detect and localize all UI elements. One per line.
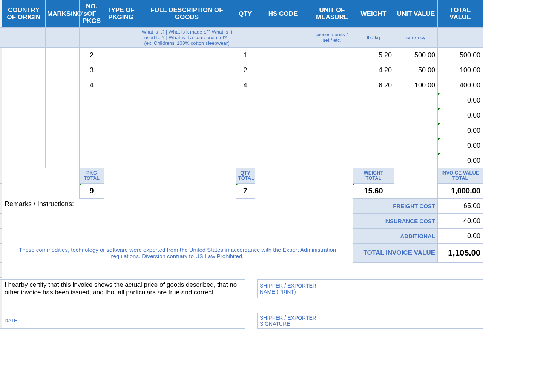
cell-hs[interactable]	[255, 47, 311, 63]
cell-desc[interactable]	[138, 108, 236, 123]
cell-weight[interactable]	[353, 93, 394, 108]
cell-hs[interactable]	[255, 153, 311, 168]
cell-pkging[interactable]	[104, 108, 138, 123]
cell-weight[interactable]	[353, 138, 394, 153]
additional-value[interactable]: 0.00	[438, 228, 483, 243]
cell-weight[interactable]: 6.20	[353, 78, 394, 93]
hint-cell[interactable]	[255, 27, 311, 47]
cell-country[interactable]	[2, 93, 46, 108]
cell-unitval[interactable]: 50.00	[394, 63, 438, 78]
cell-totalval[interactable]: 0.00	[438, 153, 483, 168]
hint-uom[interactable]: pieces / units / set / etc.	[311, 27, 353, 47]
cell-qty[interactable]: 4	[236, 78, 255, 93]
cell-unitval[interactable]	[394, 153, 438, 168]
cell-pkging[interactable]	[104, 63, 138, 78]
freight-value[interactable]: 65.00	[438, 198, 483, 213]
cell-totalval[interactable]: 0.00	[438, 93, 483, 108]
cell-uom[interactable]	[311, 93, 353, 108]
cell-unitval[interactable]	[394, 123, 438, 138]
cell-marks[interactable]	[46, 47, 80, 63]
cell-weight[interactable]	[353, 108, 394, 123]
cell-totalval[interactable]: 400.00	[438, 78, 483, 93]
hint-cell[interactable]	[104, 27, 138, 47]
remarks-label[interactable]: Remarks / Instructions:	[2, 198, 353, 243]
cell-totalval[interactable]: 0.00	[438, 123, 483, 138]
cell-desc[interactable]	[138, 63, 236, 78]
cell-pkgs[interactable]	[80, 123, 104, 138]
cell-unitval[interactable]	[394, 108, 438, 123]
hint-cell[interactable]	[438, 27, 483, 47]
cell-marks[interactable]	[46, 153, 80, 168]
cell-weight[interactable]: 5.20	[353, 47, 394, 63]
cell-marks[interactable]	[46, 78, 80, 93]
hint-desc[interactable]: What is it? | What is it made of? What i…	[138, 27, 236, 47]
hint-weight[interactable]: lb / kg	[353, 27, 394, 47]
cell-uom[interactable]	[311, 108, 353, 123]
cell-pkgs[interactable]	[80, 108, 104, 123]
cell-country[interactable]	[2, 123, 46, 138]
cell-qty[interactable]	[236, 153, 255, 168]
cell-country[interactable]	[2, 108, 46, 123]
cell-uom[interactable]	[311, 47, 353, 63]
cell-country[interactable]	[2, 138, 46, 153]
cell-unitval[interactable]: 100.00	[394, 78, 438, 93]
hint-unitval[interactable]: currency	[394, 27, 438, 47]
cell-uom[interactable]	[311, 138, 353, 153]
cell-desc[interactable]	[138, 123, 236, 138]
cell-weight[interactable]	[353, 153, 394, 168]
cell-uom[interactable]	[311, 78, 353, 93]
cell-desc[interactable]	[138, 47, 236, 63]
cell-pkging[interactable]	[104, 78, 138, 93]
cell-qty[interactable]	[236, 123, 255, 138]
cell-marks[interactable]	[46, 123, 80, 138]
hint-cell[interactable]	[2, 27, 46, 47]
hint-cell[interactable]	[80, 27, 104, 47]
shipper-name-box[interactable]: SHIPPER / EXPORTER NAME (PRINT)	[258, 279, 483, 298]
cell-desc[interactable]	[138, 138, 236, 153]
cell-pkging[interactable]	[104, 153, 138, 168]
cell-pkgs[interactable]: 3	[80, 63, 104, 78]
insurance-value[interactable]: 40.00	[438, 213, 483, 228]
cell-country[interactable]	[2, 63, 46, 78]
cell-hs[interactable]	[255, 78, 311, 93]
cell-pkging[interactable]	[104, 138, 138, 153]
cell-uom[interactable]	[311, 153, 353, 168]
cell-hs[interactable]	[255, 63, 311, 78]
cell-country[interactable]	[2, 78, 46, 93]
shipper-signature-box[interactable]: SHIPPER / EXPORTER SIGNATURE	[258, 313, 483, 328]
cell-unitval[interactable]	[394, 93, 438, 108]
cell-pkgs[interactable]	[80, 138, 104, 153]
cell-hs[interactable]	[255, 108, 311, 123]
cell-pkging[interactable]	[104, 47, 138, 63]
cell-pkging[interactable]	[104, 123, 138, 138]
cell-unitval[interactable]: 500.00	[394, 47, 438, 63]
cell-hs[interactable]	[255, 138, 311, 153]
cell-hs[interactable]	[255, 93, 311, 108]
cell-totalval[interactable]: 0.00	[438, 108, 483, 123]
cell-totalval[interactable]: 100.00	[438, 63, 483, 78]
cell-totalval[interactable]: 0.00	[438, 138, 483, 153]
hint-cell[interactable]	[46, 27, 80, 47]
cell-totalval[interactable]: 500.00	[438, 47, 483, 63]
cell-qty[interactable]	[236, 108, 255, 123]
cell-marks[interactable]	[46, 93, 80, 108]
cell-uom[interactable]	[311, 63, 353, 78]
cell-country[interactable]	[2, 47, 46, 63]
cell-unitval[interactable]	[394, 138, 438, 153]
cell-marks[interactable]	[46, 63, 80, 78]
cell-pkgs[interactable]	[80, 93, 104, 108]
cell-weight[interactable]: 4.20	[353, 63, 394, 78]
cell-desc[interactable]	[138, 93, 236, 108]
cell-marks[interactable]	[46, 108, 80, 123]
cell-desc[interactable]	[138, 153, 236, 168]
cell-hs[interactable]	[255, 123, 311, 138]
cell-weight[interactable]	[353, 123, 394, 138]
cell-pkging[interactable]	[104, 93, 138, 108]
cell-marks[interactable]	[46, 138, 80, 153]
cell-qty[interactable]: 2	[236, 63, 255, 78]
date-box[interactable]: DATE	[2, 313, 245, 328]
cell-pkgs[interactable]	[80, 153, 104, 168]
cell-desc[interactable]	[138, 78, 236, 93]
cell-pkgs[interactable]: 4	[80, 78, 104, 93]
cell-country[interactable]	[2, 153, 46, 168]
